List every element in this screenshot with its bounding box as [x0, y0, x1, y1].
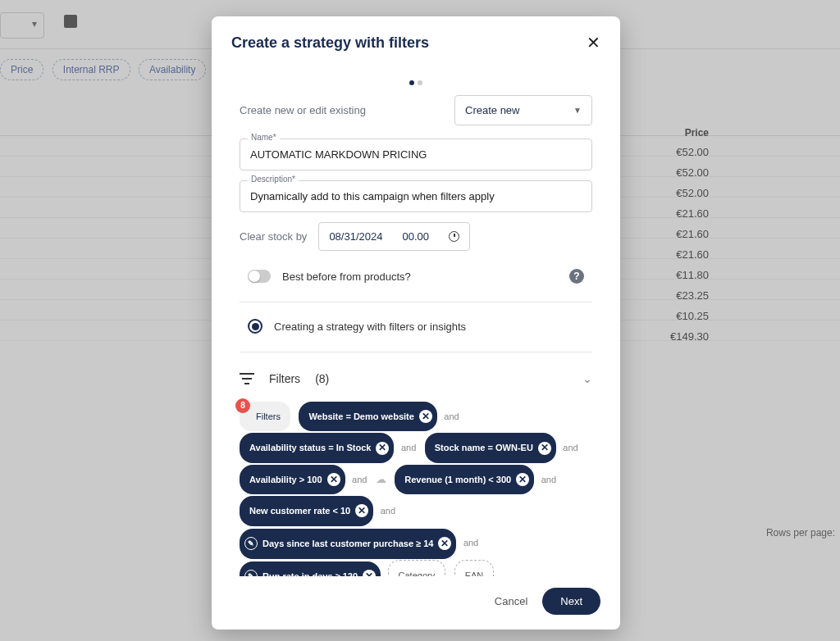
- step-indicator: [212, 59, 620, 95]
- remove-icon[interactable]: ✕: [538, 442, 551, 455]
- filter-chips-area: 8 Filters Website = Demo website ✕ and A…: [240, 393, 592, 576]
- description-field-label: Description*: [248, 175, 299, 184]
- remove-icon[interactable]: ✕: [376, 442, 389, 455]
- and-label: and: [563, 443, 578, 452]
- filters-count: (8): [315, 372, 329, 385]
- filter-count-badge: 8: [235, 398, 250, 413]
- best-before-toggle[interactable]: [248, 270, 271, 283]
- and-label: and: [352, 475, 367, 484]
- radio-strategy-filters[interactable]: [248, 319, 262, 334]
- clock-icon: [449, 231, 459, 242]
- select-value: Create new: [465, 104, 519, 116]
- filters-title: Filters: [269, 372, 300, 385]
- name-field-label: Name*: [248, 133, 280, 142]
- cloud-icon: ☁: [376, 466, 386, 492]
- next-button[interactable]: Next: [542, 588, 600, 615]
- add-filter-ean[interactable]: EAN: [454, 560, 495, 576]
- filter-icon: [240, 373, 254, 384]
- filter-chip-run-rate[interactable]: ✎ Run rate in days ≥ 120 ✕: [240, 561, 381, 576]
- create-new-select[interactable]: Create new ▼: [454, 95, 592, 125]
- filters-badge-button[interactable]: 8 Filters: [240, 402, 290, 431]
- description-input[interactable]: [240, 180, 592, 212]
- and-label: and: [541, 475, 556, 484]
- radio-strategy-label: Creating a strategy with filters or insi…: [274, 320, 466, 333]
- clear-stock-datetime[interactable]: 08/31/2024 00.00: [318, 222, 470, 251]
- filter-chip-new-customer[interactable]: New customer rate < 10 ✕: [240, 496, 373, 525]
- best-before-label: Best before from products?: [282, 270, 411, 283]
- filter-chip-stock-name[interactable]: Stock name = OWN-EU ✕: [425, 433, 556, 462]
- remove-icon[interactable]: ✕: [363, 570, 376, 576]
- remove-icon[interactable]: ✕: [355, 504, 368, 517]
- remove-icon[interactable]: ✕: [327, 473, 340, 486]
- and-label: and: [444, 411, 459, 421]
- filter-chip-days-since[interactable]: ✎ Days since last customer purchase ≥ 14…: [240, 529, 456, 558]
- close-icon[interactable]: ✕: [587, 33, 600, 52]
- filter-chip-availability-status[interactable]: Availability status = In Stock ✕: [240, 433, 394, 462]
- add-filter-category[interactable]: Category: [388, 560, 446, 576]
- filter-chip-website[interactable]: Website = Demo website ✕: [299, 402, 436, 431]
- create-strategy-modal: Create a strategy with filters ✕ Create …: [212, 16, 620, 630]
- time-value: 00.00: [402, 230, 429, 243]
- clear-stock-label: Clear stock by: [240, 230, 307, 243]
- edit-icon[interactable]: ✎: [244, 570, 258, 576]
- and-label: and: [381, 506, 395, 516]
- and-label: and: [401, 443, 416, 452]
- chevron-down-icon: ▼: [573, 106, 582, 115]
- help-icon[interactable]: ?: [569, 269, 584, 284]
- filters-accordion-toggle[interactable]: Filters (8) ⌄: [240, 364, 592, 393]
- remove-icon[interactable]: ✕: [419, 410, 432, 423]
- remove-icon[interactable]: ✕: [516, 473, 529, 486]
- chevron-down-icon: ⌄: [582, 372, 592, 385]
- name-input[interactable]: [240, 139, 592, 170]
- filter-chip-revenue[interactable]: Revenue (1 month) < 300 ✕: [395, 465, 534, 494]
- date-value: 08/31/2024: [329, 230, 382, 243]
- modal-title: Create a strategy with filters: [231, 34, 429, 52]
- cancel-button[interactable]: Cancel: [495, 595, 527, 607]
- remove-icon[interactable]: ✕: [438, 537, 451, 550]
- create-or-edit-label: Create new or edit existing: [240, 104, 366, 116]
- edit-icon[interactable]: ✎: [244, 537, 258, 550]
- filter-chip-availability-gt[interactable]: Availability > 100 ✕: [240, 465, 345, 494]
- and-label: and: [463, 538, 478, 548]
